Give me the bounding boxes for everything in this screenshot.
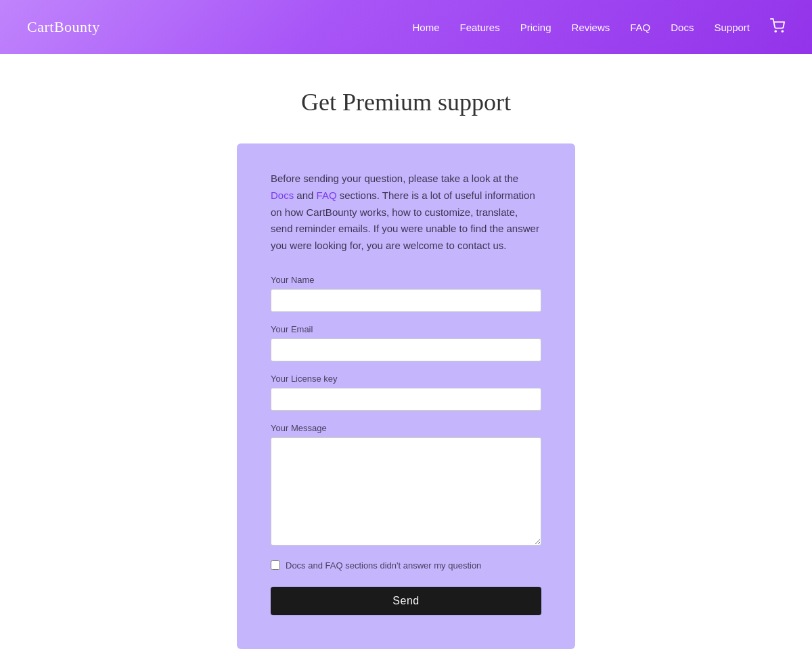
email-label: Your Email bbox=[271, 324, 541, 334]
nav-support[interactable]: Support bbox=[714, 22, 750, 33]
message-textarea[interactable] bbox=[271, 437, 541, 545]
main-nav: Home Features Pricing Reviews FAQ Docs S… bbox=[412, 18, 785, 37]
send-button[interactable]: Send bbox=[271, 587, 541, 615]
nav-reviews[interactable]: Reviews bbox=[572, 22, 610, 33]
message-label: Your Message bbox=[271, 423, 541, 433]
message-field-group: Your Message bbox=[271, 423, 541, 548]
brand-logo[interactable]: CartBounty bbox=[27, 18, 100, 36]
faq-link[interactable]: FAQ bbox=[317, 190, 337, 201]
name-input[interactable] bbox=[271, 289, 541, 312]
name-label: Your Name bbox=[271, 275, 541, 285]
email-input[interactable] bbox=[271, 338, 541, 361]
svg-point-0 bbox=[775, 30, 776, 32]
intro-text-before: Before sending your question, please tak… bbox=[271, 173, 518, 184]
site-header: CartBounty Home Features Pricing Reviews… bbox=[0, 0, 812, 54]
nav-faq[interactable]: FAQ bbox=[630, 22, 650, 33]
intro-and-text: and bbox=[294, 190, 316, 201]
nav-home[interactable]: Home bbox=[412, 22, 439, 33]
checkbox-label[interactable]: Docs and FAQ sections didn't answer my q… bbox=[286, 560, 481, 571]
license-field-group: Your License key bbox=[271, 374, 541, 411]
name-field-group: Your Name bbox=[271, 275, 541, 312]
page-title: Get Premium support bbox=[301, 88, 511, 116]
nav-features[interactable]: Features bbox=[460, 22, 500, 33]
nav-docs[interactable]: Docs bbox=[671, 22, 694, 33]
docs-link[interactable]: Docs bbox=[271, 190, 294, 201]
checkbox-row: Docs and FAQ sections didn't answer my q… bbox=[271, 560, 541, 571]
main-content: Get Premium support Before sending your … bbox=[0, 54, 812, 668]
license-label: Your License key bbox=[271, 374, 541, 384]
intro-paragraph: Before sending your question, please tak… bbox=[271, 171, 541, 254]
cart-icon[interactable] bbox=[770, 18, 785, 37]
docs-confirm-checkbox[interactable] bbox=[271, 560, 280, 570]
license-input[interactable] bbox=[271, 388, 541, 411]
support-form: Your Name Your Email Your License key Yo… bbox=[271, 275, 541, 615]
email-field-group: Your Email bbox=[271, 324, 541, 361]
support-form-card: Before sending your question, please tak… bbox=[237, 143, 575, 649]
svg-point-1 bbox=[782, 30, 783, 32]
nav-pricing[interactable]: Pricing bbox=[520, 22, 551, 33]
